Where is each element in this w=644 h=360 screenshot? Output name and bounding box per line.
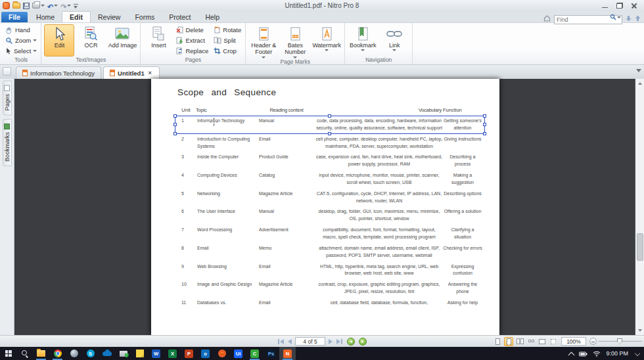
tab-close-icon[interactable]: × bbox=[147, 70, 153, 76]
continuous-view-button[interactable] bbox=[504, 337, 513, 346]
show-desktop-icon[interactable] bbox=[635, 351, 640, 356]
camtasia[interactable]: C bbox=[246, 347, 263, 360]
word[interactable]: W bbox=[148, 347, 164, 360]
restore-icon[interactable] bbox=[616, 3, 623, 9]
bates-number-button[interactable]: Bates Number bbox=[280, 24, 310, 58]
wifi-icon[interactable] bbox=[593, 348, 601, 359]
selection-handle[interactable] bbox=[173, 114, 177, 118]
link-button[interactable]: Link bbox=[379, 24, 409, 56]
home-icon[interactable] bbox=[543, 12, 551, 24]
selection-handle[interactable] bbox=[173, 132, 177, 135]
document-canvas[interactable]: Scope and Sequence UnitTopicReading cont… bbox=[14, 79, 635, 335]
extract-button[interactable]: Extract bbox=[175, 35, 210, 46]
last-page-button[interactable] bbox=[336, 339, 343, 344]
undo-icon[interactable] bbox=[47, 0, 58, 12]
onedrive[interactable] bbox=[99, 347, 115, 360]
selection-handle[interactable] bbox=[483, 132, 486, 135]
skype[interactable]: S bbox=[82, 347, 99, 360]
search-button[interactable] bbox=[16, 347, 33, 360]
previous-page-button[interactable] bbox=[287, 339, 292, 344]
find-previous-icon[interactable] bbox=[635, 12, 641, 24]
table-row[interactable]: 6 The User Interface Manual desktop, dra… bbox=[177, 208, 482, 223]
start-button[interactable] bbox=[0, 347, 16, 360]
selection-box[interactable] bbox=[175, 116, 485, 134]
table-row[interactable]: 1 Information Technology Manual code, da… bbox=[177, 118, 482, 132]
selection-handle[interactable] bbox=[328, 132, 331, 135]
split-button[interactable]: Split bbox=[212, 35, 242, 46]
excel[interactable]: X bbox=[164, 347, 181, 360]
facing-continuous-view-button[interactable] bbox=[526, 337, 536, 346]
table-row[interactable]: 9 Web Browsing Email HTML, http, hyperli… bbox=[177, 263, 482, 278]
scroll-up-icon[interactable] bbox=[635, 79, 644, 88]
find-next-icon[interactable] bbox=[626, 12, 632, 24]
office[interactable] bbox=[214, 347, 230, 360]
page-indicator-input[interactable]: 4 of 5 bbox=[295, 337, 325, 346]
find-search-icon[interactable] bbox=[610, 14, 621, 20]
vertical-scrollbar[interactable] bbox=[635, 79, 644, 335]
zoom-level-input[interactable]: 100% bbox=[561, 337, 586, 346]
chrome[interactable] bbox=[49, 347, 66, 360]
zoom-out-icon[interactable] bbox=[589, 338, 597, 345]
redo-icon[interactable] bbox=[60, 0, 71, 12]
security-app[interactable] bbox=[115, 347, 131, 360]
zoom-slider-thumb[interactable] bbox=[617, 338, 622, 344]
ocr-button[interactable]: OCR bbox=[76, 24, 106, 56]
table-row[interactable]: 10 Image and Graphic Design Magazine Art… bbox=[177, 281, 482, 296]
menu-tab[interactable]: Help bbox=[198, 12, 227, 22]
single-page-view-button[interactable] bbox=[493, 337, 502, 346]
menu-tab[interactable]: Edit bbox=[62, 11, 91, 22]
next-page-button[interactable] bbox=[328, 339, 333, 344]
view-forward-button[interactable] bbox=[359, 338, 367, 346]
battery-icon[interactable] bbox=[579, 348, 587, 359]
menu-tab[interactable]: Review bbox=[91, 12, 127, 22]
close-icon[interactable] bbox=[631, 3, 637, 9]
menu-tab[interactable]: Protect bbox=[162, 12, 198, 22]
open-icon[interactable] bbox=[12, 3, 20, 9]
replace-button[interactable]: Replace bbox=[175, 46, 210, 56]
hand-button[interactable]: Hand bbox=[4, 25, 38, 35]
powerpoint[interactable]: P bbox=[181, 347, 197, 360]
sidebar-rail-tab[interactable]: Bookmarks bbox=[3, 119, 12, 166]
crop-button[interactable]: Crop bbox=[212, 46, 242, 56]
sidebar-toggle-icon[interactable] bbox=[3, 67, 11, 76]
file-explorer[interactable] bbox=[33, 347, 49, 360]
add-image-button[interactable]: Add Image bbox=[107, 24, 137, 56]
scroll-down-icon[interactable] bbox=[635, 326, 644, 335]
minimize-icon[interactable] bbox=[602, 3, 609, 9]
zoom-slider[interactable] bbox=[599, 338, 642, 345]
document-tab[interactable]: Untitled1 × bbox=[103, 66, 160, 79]
qat-customize-icon[interactable] bbox=[74, 3, 78, 9]
print-icon[interactable] bbox=[32, 3, 45, 9]
fit-width-button[interactable] bbox=[538, 337, 547, 346]
scrollbar-thumb[interactable] bbox=[637, 233, 643, 261]
tray-expand-icon[interactable] bbox=[569, 351, 574, 356]
selection-handle[interactable] bbox=[483, 114, 486, 118]
fit-page-button[interactable] bbox=[549, 337, 558, 346]
table-row[interactable]: 5 Networking Magazine Article CAT-5, con… bbox=[177, 191, 482, 205]
menu-tab[interactable]: Forms bbox=[127, 12, 162, 22]
nitro-pro[interactable]: N bbox=[279, 347, 296, 360]
sidebar-rail-tab[interactable]: Pages bbox=[3, 81, 12, 116]
document-tab[interactable]: Information Technology bbox=[16, 66, 101, 79]
table-row[interactable]: 7 Word Processing Advertisement compatib… bbox=[177, 227, 482, 241]
nitro-logo-icon[interactable] bbox=[3, 2, 10, 9]
uipath[interactable]: Ui bbox=[230, 347, 246, 360]
bookmark-button[interactable]: Bookmark bbox=[348, 24, 378, 56]
insert-button[interactable]: Insert bbox=[143, 24, 173, 56]
photoshop[interactable]: Ps bbox=[263, 347, 279, 360]
table-row[interactable]: 11 Databases vs. Email cell, database fi… bbox=[177, 300, 482, 307]
pdf-page[interactable]: Scope and Sequence UnitTopicReading cont… bbox=[151, 79, 499, 335]
menu-tab[interactable]: File bbox=[1, 12, 28, 22]
table-row[interactable]: 2 Introduction to Computing Systems Emai… bbox=[177, 136, 482, 150]
outlook[interactable]: o bbox=[197, 347, 214, 360]
table-row[interactable]: 8 Email Memo attachment, domain name, em… bbox=[177, 245, 482, 259]
zoom-button[interactable]: Zoom bbox=[4, 35, 38, 45]
edge[interactable] bbox=[66, 347, 82, 360]
edit-button[interactable]: Edit bbox=[44, 24, 74, 56]
first-page-button[interactable] bbox=[277, 339, 285, 344]
table-row[interactable]: 3 Inside the Computer Product Guide case… bbox=[177, 154, 482, 168]
select-button[interactable]: Select bbox=[4, 46, 38, 56]
save-icon[interactable] bbox=[23, 3, 30, 9]
selection-handle[interactable] bbox=[328, 114, 331, 118]
watermark-button[interactable]: Watermark bbox=[311, 24, 342, 58]
